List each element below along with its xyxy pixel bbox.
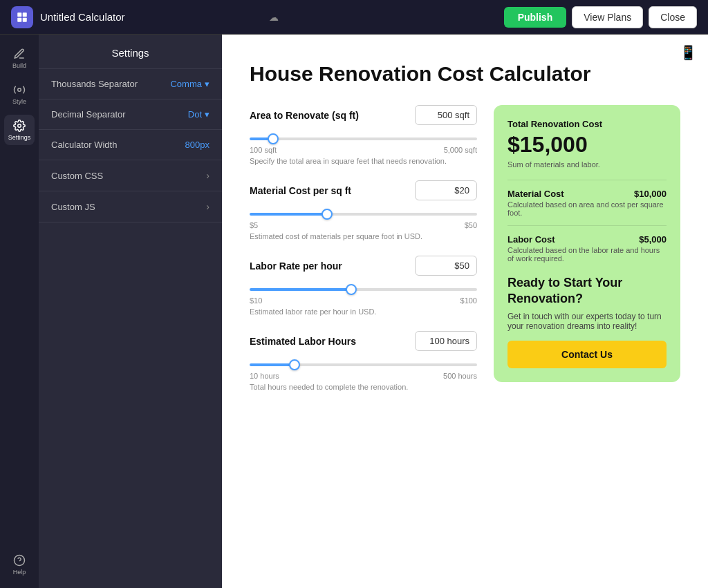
calculator-width-row: Calculator Width 800px: [39, 130, 222, 160]
material-max: $50: [465, 221, 477, 229]
contact-us-button[interactable]: Contact Us: [507, 341, 667, 368]
results-divider-2: [507, 225, 667, 226]
material-cost-input[interactable]: [415, 180, 477, 200]
labor-cost-result-value: $5,000: [639, 234, 667, 245]
settings-label: Settings: [8, 134, 31, 141]
settings-panel: Settings Thousands Separator Comma ▾ Dec…: [39, 35, 222, 588]
close-button[interactable]: Close: [649, 6, 697, 28]
chevron-down-icon-2: ▾: [205, 109, 209, 120]
svg-point-4: [18, 88, 21, 91]
chevron-down-icon: ▾: [205, 79, 209, 89]
calculator-layout: Area to Renovate (sq ft) 100 sqft 5,000 …: [250, 105, 680, 406]
style-label: Style: [12, 98, 26, 105]
labor-cost-result-desc: Calculated based on the labor rate and h…: [507, 246, 667, 263]
separator-settings-group: Thousands Separator Comma ▾ Decimal Sepa…: [39, 69, 222, 130]
document-title: Untitled Calculator: [40, 11, 265, 23]
svg-rect-3: [23, 17, 27, 21]
sidebar-item-style[interactable]: Style: [4, 79, 35, 109]
publish-button[interactable]: Publish: [504, 7, 567, 28]
svg-rect-1: [23, 12, 27, 17]
custom-css-arrow: ›: [206, 170, 209, 181]
labor-hours-input[interactable]: [415, 331, 477, 351]
custom-css-label: Custom CSS: [51, 171, 103, 181]
custom-js-label: Custom JS: [51, 202, 95, 212]
view-plans-button[interactable]: View Plans: [572, 6, 643, 28]
labor-rate-desc: Estimated labor rate per hour in USD.: [250, 307, 477, 316]
results-subtitle: Sum of materials and labor.: [507, 160, 667, 169]
labor-hours-field: Estimated Labor Hours 10 hours 500 hours…: [250, 331, 477, 391]
area-field: Area to Renovate (sq ft) 100 sqft 5,000 …: [250, 105, 477, 165]
area-label: Area to Renovate (sq ft): [250, 110, 359, 121]
material-cost-desc: Estimated cost of materials per square f…: [250, 232, 477, 240]
results-panel: Total Renovation Cost $15,000 Sum of mat…: [494, 105, 680, 382]
labor-cost-result-label: Labor Cost: [507, 234, 555, 245]
material-cost-field: Material Cost per sq ft $5 $50 Estimated…: [250, 180, 477, 240]
results-title: Total Renovation Cost: [507, 119, 667, 129]
labor-hours-slider[interactable]: [250, 363, 477, 366]
sidebar-item-settings[interactable]: Settings: [4, 115, 35, 145]
area-desc: Specify the total area in square feet th…: [250, 157, 477, 165]
area-slider[interactable]: [250, 137, 477, 140]
labor-hours-label: Estimated Labor Hours: [250, 336, 356, 347]
custom-js-row[interactable]: Custom JS ›: [39, 191, 222, 222]
labor-rate-max: $100: [460, 296, 477, 305]
help-label: Help: [13, 569, 26, 576]
topbar: Untitled Calculator ☁ Publish View Plans…: [0, 0, 708, 35]
labor-rate-slider[interactable]: [250, 288, 477, 291]
labor-rate-min: $10: [250, 296, 262, 305]
thousands-separator-label: Thousands Separator: [51, 79, 138, 89]
calculator-inputs: Area to Renovate (sq ft) 100 sqft 5,000 …: [250, 105, 477, 406]
material-cost-result-label: Material Cost: [507, 189, 564, 199]
material-cost-slider[interactable]: [250, 213, 477, 216]
calculator-width-value[interactable]: 800px: [185, 140, 209, 150]
sidebar-item-build[interactable]: Build: [4, 43, 35, 73]
area-input[interactable]: [415, 105, 477, 125]
labor-rate-field: Labor Rate per hour $10 $100 Estimated l…: [250, 256, 477, 316]
build-label: Build: [12, 62, 26, 69]
svg-rect-0: [17, 12, 21, 17]
code-settings-group: Custom CSS › Custom JS ›: [39, 160, 222, 222]
decimal-separator-row: Decimal Separator Dot ▾: [39, 99, 222, 129]
material-cost-result-desc: Calculated based on area and cost per sq…: [507, 200, 667, 217]
decimal-separator-label: Decimal Separator: [51, 109, 126, 120]
content-area: 📱 House Renovation Cost Calculator Area …: [222, 35, 708, 588]
thousands-separator-row: Thousands Separator Comma ▾: [39, 69, 222, 99]
results-total: $15,000: [507, 132, 667, 158]
material-cost-label: Material Cost per sq ft: [250, 185, 351, 196]
material-cost-result: Material Cost $10,000 Calculated based o…: [507, 189, 667, 217]
labor-cost-result: Labor Cost $5,000 Calculated based on th…: [507, 234, 667, 263]
labor-rate-label: Labor Rate per hour: [250, 260, 342, 272]
width-settings-group: Calculator Width 800px: [39, 130, 222, 160]
labor-hours-max: 500 hours: [443, 372, 477, 380]
results-divider-1: [507, 180, 667, 180]
calculator-title: House Renovation Cost Calculator: [250, 62, 680, 86]
topbar-actions: Publish View Plans Close: [504, 6, 697, 28]
settings-title: Settings: [39, 35, 222, 69]
icon-bar: Build Style Settings Help: [0, 35, 39, 588]
labor-hours-min: 10 hours: [250, 372, 279, 380]
main-layout: Build Style Settings Help Settings Thous…: [0, 35, 708, 588]
material-min: $5: [250, 221, 258, 229]
custom-css-row[interactable]: Custom CSS ›: [39, 160, 222, 191]
app-logo: [11, 6, 33, 28]
cloud-icon: ☁: [269, 12, 279, 23]
thousands-separator-value[interactable]: Comma ▾: [170, 79, 209, 89]
sidebar-item-help[interactable]: Help: [4, 549, 35, 580]
labor-rate-input[interactable]: [415, 256, 477, 276]
decimal-separator-value[interactable]: Dot ▾: [188, 109, 209, 120]
area-min: 100 sqft: [250, 146, 277, 154]
material-cost-result-value: $10,000: [634, 189, 667, 199]
svg-point-5: [18, 124, 21, 127]
custom-js-arrow: ›: [206, 201, 209, 212]
calculator-width-label: Calculator Width: [51, 140, 117, 150]
labor-hours-desc: Total hours needed to complete the renov…: [250, 383, 477, 391]
mobile-preview-icon[interactable]: 📱: [680, 44, 697, 61]
svg-rect-2: [17, 17, 21, 21]
cta-title: Ready to Start Your Renovation?: [507, 275, 667, 307]
area-max: 5,000 sqft: [444, 146, 477, 154]
cta-desc: Get in touch with our experts today to t…: [507, 312, 667, 331]
